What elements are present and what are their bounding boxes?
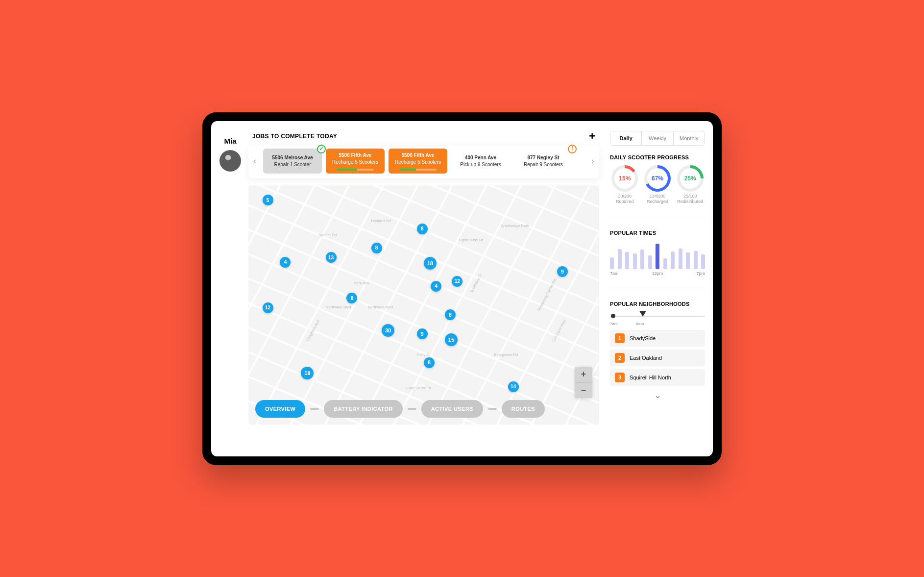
street-label: Park Ave bbox=[354, 281, 369, 285]
neighborhood-row[interactable]: 2East Oakland bbox=[610, 350, 705, 366]
popular-times-labels: 7am 12pm 7pm bbox=[610, 271, 705, 276]
map-tab-routes[interactable]: ROUTES bbox=[502, 400, 545, 418]
segment-monthly[interactable]: Monthly bbox=[673, 131, 705, 145]
map-pin[interactable]: 18 bbox=[424, 257, 437, 270]
job-address: 5506 Fifth Ave bbox=[391, 152, 444, 159]
progress-donut: 25%25/100Redistributed bbox=[675, 165, 705, 205]
chevron-left-icon[interactable]: ‹ bbox=[250, 153, 259, 168]
slider-to: 8am bbox=[636, 322, 644, 326]
neighborhoods-panel: POPULAR NEIGHBORHOODS 7am 8am 1ShadySide… bbox=[610, 301, 705, 401]
progress-donut: 67%134/200Recharged bbox=[643, 165, 673, 205]
neighborhood-name: Squirell Hill North bbox=[630, 375, 671, 380]
map-pin[interactable]: 14 bbox=[508, 381, 519, 392]
map-pin[interactable]: 18 bbox=[301, 367, 314, 379]
avatar[interactable] bbox=[219, 150, 241, 172]
time-bar[interactable] bbox=[610, 257, 614, 269]
time-bar[interactable] bbox=[656, 244, 659, 269]
job-card[interactable]: 400 Penn AvePick up 9 Scooters bbox=[451, 149, 510, 174]
street-label: Congress Ave bbox=[306, 319, 321, 343]
profile-sidebar: Mia bbox=[211, 121, 246, 456]
map-pin[interactable]: 8 bbox=[346, 293, 357, 303]
time-slider[interactable] bbox=[610, 312, 705, 321]
street-label: Richard Rd bbox=[371, 219, 391, 223]
time-bar[interactable] bbox=[671, 251, 675, 269]
map-pin[interactable]: 5 bbox=[263, 195, 273, 205]
chevron-right-icon[interactable]: › bbox=[588, 153, 597, 168]
street-label: Evergreen Rd bbox=[494, 352, 518, 357]
street-label: Lighthouse Dr bbox=[459, 238, 484, 242]
job-task: Repair 9 Scooters bbox=[517, 162, 570, 168]
neighborhood-row[interactable]: 3Squirell Hill North bbox=[610, 369, 705, 386]
map-pin[interactable]: 8 bbox=[424, 357, 435, 368]
donut-pct: 67% bbox=[652, 175, 663, 182]
neighborhood-row[interactable]: 1ShadySide bbox=[610, 330, 705, 347]
map-pin[interactable]: 15 bbox=[445, 333, 458, 346]
job-card[interactable]: !877 Negley StRepair 9 Scooters bbox=[514, 149, 573, 174]
alert-icon: ! bbox=[568, 145, 577, 153]
zoom-controls: + − bbox=[575, 367, 592, 398]
progress-donut: 15%30/200Repaired bbox=[610, 165, 640, 205]
time-bar[interactable] bbox=[625, 252, 629, 269]
zoom-out-button[interactable]: − bbox=[575, 382, 592, 398]
donut-label: Redistributed bbox=[675, 199, 705, 205]
map-pin[interactable]: 8 bbox=[445, 309, 456, 320]
time-bar[interactable] bbox=[648, 255, 652, 269]
add-job-button[interactable]: + bbox=[589, 131, 595, 142]
time-bar[interactable] bbox=[640, 250, 644, 269]
job-task: Pick up 9 Scooters bbox=[454, 162, 507, 168]
popular-times-panel: POPULAR TIMES 7am 12pm 7pm bbox=[610, 230, 705, 276]
job-task: Recharge 5 Scooters bbox=[329, 159, 382, 166]
map[interactable]: OVERVIEWBATTERY INDICATORACTIVE USERSROU… bbox=[248, 185, 599, 425]
time-bar[interactable] bbox=[701, 254, 705, 269]
map-pin[interactable]: 4 bbox=[280, 257, 291, 268]
job-card[interactable]: 5506 Fifth AveRecharge 5 Scooters bbox=[326, 149, 385, 174]
slider-from: 7am bbox=[610, 322, 618, 326]
map-pin[interactable]: 4 bbox=[431, 281, 441, 292]
map-pin[interactable]: 9 bbox=[417, 328, 428, 339]
map-pin[interactable]: 30 bbox=[382, 324, 394, 337]
job-task: Repair 1 Scooter bbox=[266, 162, 319, 168]
job-card[interactable]: ✓5506 Melrose AveRepair 1 Scooter bbox=[263, 149, 322, 174]
map-tab-battery-indicator[interactable]: BATTERY INDICATOR bbox=[324, 400, 402, 418]
map-pin[interactable]: 12 bbox=[263, 302, 273, 313]
map-pin[interactable]: 8 bbox=[371, 243, 382, 253]
street-label: Lake Shore Dr bbox=[406, 386, 432, 390]
divider bbox=[610, 287, 705, 287]
neighborhoods-heading: POPULAR NEIGHBORHOODS bbox=[610, 301, 705, 307]
chevron-down-icon[interactable]: ⌄ bbox=[610, 389, 705, 401]
progress-heading: DAILY SCOOTER PROGRESS bbox=[610, 154, 705, 160]
segment-weekly[interactable]: Weekly bbox=[641, 131, 673, 145]
map-pin[interactable]: 9 bbox=[557, 266, 568, 277]
map-tab-overview[interactable]: OVERVIEW bbox=[255, 400, 305, 418]
street-label: Old Dixie Hwy bbox=[551, 319, 567, 343]
time-bar[interactable] bbox=[686, 252, 690, 269]
map-pin[interactable]: 13 bbox=[326, 252, 337, 263]
segment-daily[interactable]: Daily bbox=[610, 131, 641, 145]
progress-panel: DAILY SCOOTER PROGRESS 15%30/200Repaired… bbox=[610, 154, 705, 205]
jobs-carousel: ‹ ✓5506 Melrose AveRepair 1 Scooter5506 … bbox=[248, 146, 599, 178]
time-bar[interactable] bbox=[679, 249, 682, 269]
donut-ratio: 25/100 bbox=[675, 194, 705, 200]
time-bar[interactable] bbox=[618, 249, 622, 269]
time-bar[interactable] bbox=[694, 251, 698, 269]
map-pin[interactable]: 12 bbox=[452, 276, 462, 287]
map-tab-active-users[interactable]: ACTIVE USERS bbox=[421, 400, 483, 418]
rank-badge: 2 bbox=[615, 353, 625, 363]
time-label: 7am bbox=[610, 271, 619, 276]
time-bar[interactable] bbox=[633, 253, 637, 269]
popular-times-heading: POPULAR TIMES bbox=[610, 230, 705, 236]
job-card[interactable]: 5506 Fifth AveRecharge 5 Scooters bbox=[389, 149, 447, 174]
street-label: Northlake Blvd bbox=[367, 305, 393, 309]
zoom-in-button[interactable]: + bbox=[575, 367, 592, 382]
right-panel: DailyWeeklyMonthly DAILY SCOOTER PROGRES… bbox=[605, 121, 713, 456]
street-label: Sunset Rd bbox=[318, 233, 337, 237]
time-bar[interactable] bbox=[663, 258, 667, 269]
tablet-frame: Mia JOBS TO COMPLETE TODAY + ‹ ✓5506 Mel… bbox=[202, 112, 722, 465]
donut-ratio: 30/200 bbox=[610, 194, 640, 200]
slider-labels: 7am 8am bbox=[610, 322, 705, 326]
map-pin[interactable]: 8 bbox=[417, 224, 428, 234]
time-segment: DailyWeeklyMonthly bbox=[610, 131, 705, 146]
rank-badge: 3 bbox=[615, 373, 625, 382]
job-task: Recharge 5 Scooters bbox=[391, 159, 444, 166]
street-label: Northlake Blvd bbox=[326, 305, 351, 309]
